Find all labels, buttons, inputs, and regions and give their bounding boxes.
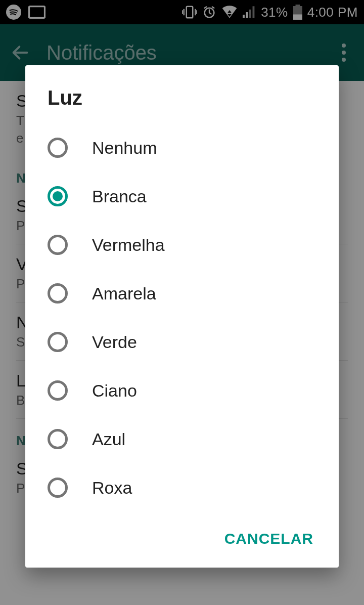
radio-option-label: Verde — [92, 332, 137, 352]
radio-unchecked-icon — [48, 283, 68, 304]
radio-option[interactable]: Ciano — [25, 366, 339, 415]
radio-option[interactable]: Verde — [25, 318, 339, 366]
radio-checked-icon — [48, 186, 68, 206]
radio-option-label: Roxa — [92, 478, 132, 498]
radio-unchecked-icon — [48, 235, 68, 255]
radio-option-label: Branca — [92, 187, 147, 206]
radio-option[interactable]: Branca — [25, 172, 339, 221]
radio-unchecked-icon — [48, 478, 68, 498]
radio-option[interactable]: Nenhum — [25, 123, 339, 172]
radio-option-label: Nenhum — [92, 138, 157, 158]
radio-option-label: Amarela — [92, 284, 156, 304]
radio-option-label: Vermelha — [92, 235, 165, 255]
light-picker-dialog: Luz NenhumBrancaVermelhaAmarelaVerdeCian… — [25, 65, 339, 568]
radio-option-label: Azul — [92, 429, 125, 449]
radio-option[interactable]: Amarela — [25, 269, 339, 318]
radio-unchecked-icon — [48, 332, 68, 352]
radio-unchecked-icon — [48, 380, 68, 401]
radio-option[interactable]: Vermelha — [25, 221, 339, 269]
radio-unchecked-icon — [48, 138, 68, 158]
radio-option[interactable]: Roxa — [25, 463, 339, 512]
radio-unchecked-icon — [48, 429, 68, 449]
radio-group: NenhumBrancaVermelhaAmarelaVerdeCianoAzu… — [25, 120, 339, 516]
radio-option[interactable]: Azul — [25, 415, 339, 463]
cancel-button[interactable]: CANCELAR — [215, 524, 323, 553]
dialog-title: Luz — [25, 81, 339, 120]
radio-option-label: Ciano — [92, 381, 137, 401]
